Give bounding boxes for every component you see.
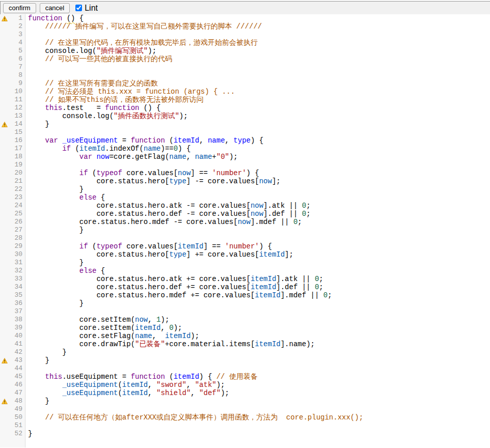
lint-marker-empty <box>0 275 9 283</box>
code-line[interactable]: 51 <box>0 422 490 430</box>
code-line[interactable]: 17 if (itemId.indexOf(name)==0) { <box>0 145 490 153</box>
lint-marker-empty <box>0 242 9 250</box>
code-text: var now=core.getFlag(name, name+"0"); <box>24 153 238 161</box>
code-line[interactable]: 5 console.log("插件编写测试"); <box>0 47 490 55</box>
code-line[interactable]: 33 core.status.hero.atk += core.values[i… <box>0 275 490 283</box>
code-token: { <box>75 14 84 22</box>
code-line[interactable]: 50 // 可以在任何地方（如afterXXX或自定义脚本事件）调用函数，方法为… <box>0 413 490 422</box>
code-line[interactable]: 32 else { <box>0 267 490 275</box>
code-line[interactable]: 10 // 写法必须是 this.xxx = function (args) {… <box>0 88 490 96</box>
code-line[interactable]: 4 // 在这里写的代码，在所有模块加载完毕后，游戏开始前会被执行 <box>0 39 490 47</box>
code-line[interactable]: 6 // 可以写一些其他的被直接执行的代码 <box>0 55 490 63</box>
code-line[interactable]: 39 core.setItem(itemId, 0); <box>0 324 490 332</box>
code-line[interactable]: 52} <box>0 430 490 438</box>
code-line[interactable]: 37 <box>0 307 490 316</box>
code-line[interactable]: 8 <box>0 71 490 79</box>
code-line[interactable]: 40 core.setFlag(name, itemId); <box>0 332 490 340</box>
code-line[interactable]: 29 if (typeof core.values[itemId] == 'nu… <box>0 242 490 250</box>
code-line[interactable]: 13 console.log("插件函数执行测试"); <box>0 112 490 120</box>
code-line[interactable]: 1function () { <box>0 14 490 22</box>
code-line[interactable]: 46 _useEquipment(itemId, "sword", "atk")… <box>0 381 490 389</box>
code-token <box>28 193 79 202</box>
code-token: .indexOf( <box>105 145 144 153</box>
code-line[interactable]: 16 var _useEquipment = function (itemId,… <box>0 136 490 145</box>
code-token <box>28 413 45 422</box>
code-line[interactable]: 43 } <box>0 356 490 365</box>
code-line[interactable]: 35 core.status.hero.mdef += core.values[… <box>0 291 490 299</box>
code-token: ); <box>221 389 229 397</box>
line-number: 6 <box>9 55 24 63</box>
code-line[interactable]: 26 core.status.hero.mdef -= core.values[… <box>0 218 490 226</box>
code-text: core.setFlag(name, itemId); <box>24 332 199 340</box>
code-text: core.setItem(itemId, 0); <box>24 324 182 332</box>
code-text: } <box>24 226 84 234</box>
code-token: now <box>96 153 109 161</box>
code-token <box>58 136 62 145</box>
code-token: , <box>148 389 156 397</box>
code-line[interactable]: 23 else { <box>0 193 490 202</box>
lint-label[interactable]: Lint <box>85 4 98 13</box>
code-line[interactable]: 9 // 在这里写所有需要自定义的函数 <box>0 79 490 88</box>
code-line[interactable]: 2 ////// 插件编写，可以在这里写自己额外需要执行的脚本 ////// <box>0 22 490 31</box>
confirm-button[interactable]: confirm <box>3 3 36 13</box>
code-token: { <box>96 193 105 202</box>
code-editor[interactable]: 1function () {2 ////// 插件编写，可以在这里写自己额外需要… <box>0 14 490 447</box>
code-token: core.setItem( <box>28 324 135 332</box>
lint-marker-empty <box>0 365 9 373</box>
code-line[interactable]: 22 } <box>0 185 490 193</box>
code-token: ; <box>306 202 310 210</box>
code-token: core.setFlag( <box>28 332 135 340</box>
code-line[interactable]: 28 <box>0 234 490 242</box>
line-number: 7 <box>9 63 24 71</box>
code-line[interactable]: 3 <box>0 31 490 39</box>
code-token: { <box>96 267 105 275</box>
line-number: 49 <box>9 405 24 413</box>
code-line[interactable]: 21 core.status.hero[type] -= core.values… <box>0 177 490 185</box>
code-line[interactable]: 27 } <box>0 226 490 234</box>
code-line[interactable]: 15 <box>0 128 490 136</box>
code-line[interactable]: 20 if (typeof core.values[now] == 'numbe… <box>0 169 490 177</box>
line-number: 15 <box>9 128 24 136</box>
code-token: "atk" <box>195 381 216 389</box>
code-line[interactable]: 24 core.status.hero.atk -= core.values[n… <box>0 202 490 210</box>
code-line[interactable]: 31 } <box>0 259 490 267</box>
code-line[interactable]: 11 // 如果不写this的话，函数将无法被外部所访问 <box>0 96 490 104</box>
line-number: 46 <box>9 381 24 389</box>
lint-marker-empty <box>0 136 9 145</box>
lint-checkbox[interactable] <box>75 5 82 11</box>
cancel-button[interactable]: cancel <box>40 3 70 13</box>
code-token: ; <box>319 283 323 291</box>
code-token: 0 <box>174 145 178 153</box>
lint-marker-empty <box>0 193 9 202</box>
code-text: if (typeof core.values[now] == 'number')… <box>24 169 259 177</box>
code-token: ; <box>297 218 302 226</box>
line-number: 32 <box>9 267 24 275</box>
code-line[interactable]: 25 core.status.hero.def -= core.values[n… <box>0 210 490 218</box>
code-line[interactable]: 42 } <box>0 348 490 356</box>
code-text: core.drawTip("已装备"+core.material.items[i… <box>24 340 315 348</box>
code-token: ].name); <box>281 340 315 348</box>
code-line[interactable]: 38 core.setItem(now, 1); <box>0 316 490 324</box>
code-line[interactable]: 34 core.status.hero.def += core.values[i… <box>0 283 490 291</box>
line-number: 29 <box>9 242 24 250</box>
lint-marker-empty <box>0 307 9 316</box>
code-line[interactable]: 18 var now=core.getFlag(name, name+"0"); <box>0 153 490 161</box>
code-line[interactable]: 36 } <box>0 299 490 307</box>
code-line[interactable]: 19 <box>0 161 490 169</box>
code-line[interactable]: 7 <box>0 63 490 71</box>
code-line[interactable]: 41 core.drawTip("已装备"+core.material.item… <box>0 340 490 348</box>
code-token: ); <box>174 324 182 332</box>
code-token: , <box>190 389 199 397</box>
line-number: 2 <box>9 22 24 31</box>
code-line[interactable]: 49 <box>0 405 490 413</box>
code-line[interactable]: 48 } <box>0 397 490 405</box>
line-number: 51 <box>9 422 24 430</box>
code-line[interactable]: 44 <box>0 365 490 373</box>
code-line[interactable]: 45 this.useEquipment = function (itemId)… <box>0 373 490 381</box>
code-line[interactable]: 47 _useEquipment(itemId, "shield", "def"… <box>0 389 490 397</box>
code-token: } <box>28 397 49 405</box>
lint-marker-empty <box>0 250 9 259</box>
code-line[interactable]: 12 this.test = function () { <box>0 104 490 112</box>
code-line[interactable]: 14 } <box>0 120 490 128</box>
code-line[interactable]: 30 core.status.hero[type] += core.values… <box>0 250 490 259</box>
